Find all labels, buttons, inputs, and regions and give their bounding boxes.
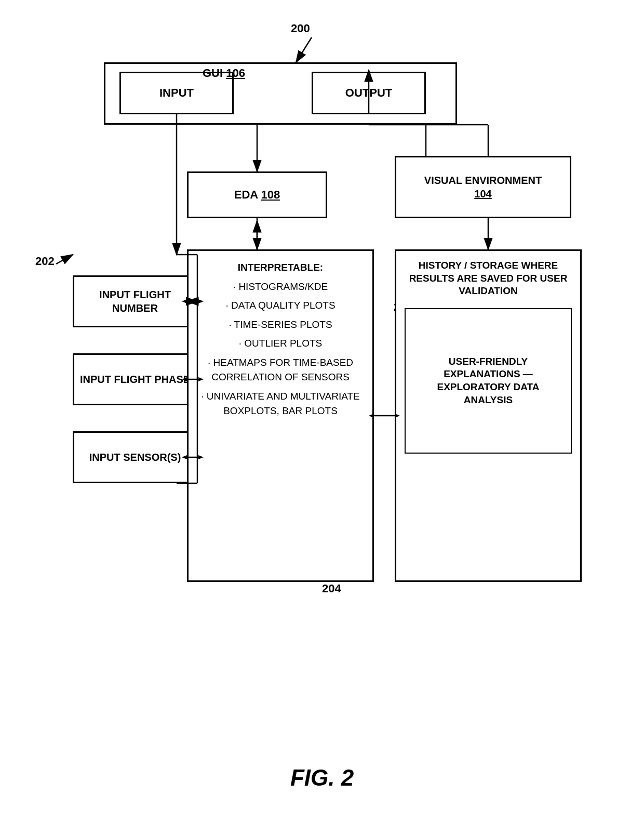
- user-friendly-box: USER-FRIENDLY EXPLANATIONS — EXPLORATORY…: [405, 308, 572, 454]
- visual-environment-box: VISUAL ENVIRONMENT104: [395, 156, 571, 218]
- diagram: 200 INPUT OUTPUT GUI 106 EDA 108 VISUAL …: [0, 0, 644, 822]
- input-label: INPUT: [159, 86, 194, 101]
- svg-line-3: [296, 37, 312, 62]
- interpretable-box: INTERPRETABLE: · HISTOGRAMS/KDE · DATA Q…: [187, 249, 374, 582]
- gui-text: GUI: [203, 67, 223, 79]
- eda-text: EDA 108: [234, 188, 280, 203]
- user-friendly-label: USER-FRIENDLY EXPLANATIONS — EXPLORATORY…: [412, 355, 565, 407]
- fig-label: FIG. 2: [0, 765, 644, 791]
- input-flight-phase-label: INPUT FLIGHT PHASE: [80, 373, 190, 386]
- output-label: OUTPUT: [345, 86, 392, 101]
- svg-line-8: [56, 255, 73, 264]
- ref-200: 200: [291, 22, 310, 35]
- interpretable-content: INTERPRETABLE: · HISTOGRAMS/KDE · DATA Q…: [197, 260, 364, 419]
- input-flight-number-label: INPUT FLIGHT NUMBER: [78, 288, 192, 315]
- ref-204: 204: [322, 582, 341, 595]
- output-box: OUTPUT: [312, 72, 426, 114]
- gui-label: GUI 106: [203, 67, 245, 80]
- eda-box: EDA 108: [187, 171, 327, 218]
- ref-202: 202: [35, 255, 55, 268]
- input-flight-phase-box: INPUT FLIGHT PHASE: [73, 353, 197, 405]
- gui-ref: 106: [226, 67, 245, 79]
- input-sensors-box: INPUT SENSOR(S): [73, 431, 197, 483]
- history-storage-label: HISTORY / STORAGE WHERE RESULTS ARE SAVE…: [405, 259, 572, 298]
- input-sensors-label: INPUT SENSOR(S): [89, 450, 181, 464]
- history-storage-outer-box: HISTORY / STORAGE WHERE RESULTS ARE SAVE…: [395, 249, 582, 582]
- input-flight-number-box: INPUT FLIGHT NUMBER: [73, 275, 197, 327]
- ve-text: VISUAL ENVIRONMENT104: [424, 174, 542, 201]
